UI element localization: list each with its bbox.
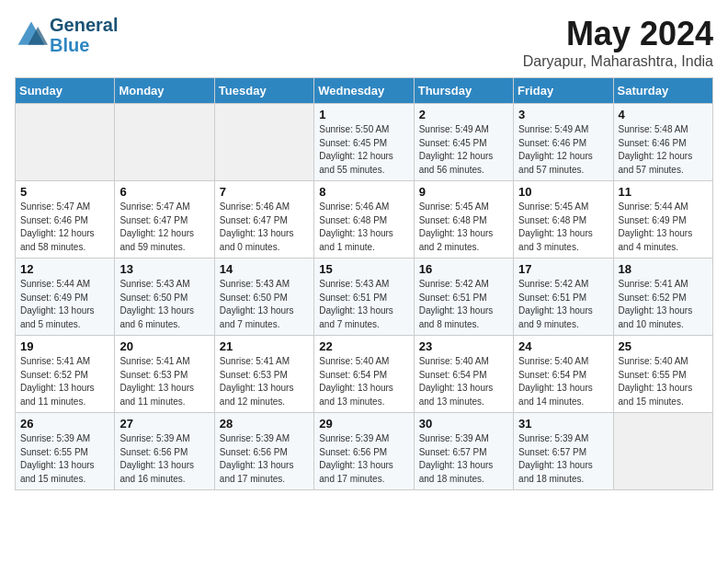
day-info: Sunrise: 5:46 AMSunset: 6:48 PMDaylight:… <box>319 201 408 254</box>
day-info: Sunrise: 5:49 AMSunset: 6:46 PMDaylight:… <box>518 123 608 177</box>
calendar-cell: 23Sunrise: 5:40 AMSunset: 6:54 PMDayligh… <box>414 336 513 413</box>
day-header-thursday: Thursday <box>414 78 513 104</box>
calendar-cell: 4Sunrise: 5:48 AMSunset: 6:46 PMDaylight… <box>613 104 712 181</box>
day-number: 13 <box>119 262 209 276</box>
calendar-cell: 15Sunrise: 5:43 AMSunset: 6:51 PMDayligh… <box>314 259 414 336</box>
day-info: Sunrise: 5:41 AMSunset: 6:52 PMDaylight:… <box>20 355 109 408</box>
day-number: 12 <box>20 262 109 276</box>
day-number: 9 <box>419 185 508 199</box>
page-header: General Blue May 2024 Daryapur, Maharash… <box>15 15 713 70</box>
calendar-cell: 9Sunrise: 5:45 AMSunset: 6:48 PMDaylight… <box>414 181 513 259</box>
day-info: Sunrise: 5:41 AMSunset: 6:53 PMDaylight:… <box>119 355 209 408</box>
day-info: Sunrise: 5:42 AMSunset: 6:51 PMDaylight:… <box>518 278 608 331</box>
day-info: Sunrise: 5:40 AMSunset: 6:54 PMDaylight:… <box>518 355 608 408</box>
day-info: Sunrise: 5:39 AMSunset: 6:56 PMDaylight:… <box>220 432 309 486</box>
day-number: 14 <box>220 262 309 276</box>
calendar-cell: 31Sunrise: 5:39 AMSunset: 6:57 PMDayligh… <box>514 413 613 490</box>
day-info: Sunrise: 5:46 AMSunset: 6:47 PMDaylight:… <box>220 201 309 254</box>
day-number: 19 <box>20 339 109 353</box>
day-info: Sunrise: 5:39 AMSunset: 6:56 PMDaylight:… <box>119 432 209 486</box>
calendar-cell: 19Sunrise: 5:41 AMSunset: 6:52 PMDayligh… <box>16 336 115 413</box>
calendar-cell: 29Sunrise: 5:39 AMSunset: 6:56 PMDayligh… <box>314 413 414 490</box>
logo-text-line1: General <box>50 15 118 35</box>
day-number: 1 <box>319 108 408 121</box>
day-info: Sunrise: 5:44 AMSunset: 6:49 PMDaylight:… <box>20 278 109 331</box>
day-number: 25 <box>619 339 708 353</box>
calendar-cell: 11Sunrise: 5:44 AMSunset: 6:49 PMDayligh… <box>613 181 712 259</box>
day-number: 21 <box>220 339 309 353</box>
day-info: Sunrise: 5:39 AMSunset: 6:57 PMDaylight:… <box>518 432 608 486</box>
day-info: Sunrise: 5:50 AMSunset: 6:45 PMDaylight:… <box>319 123 408 177</box>
calendar-cell <box>115 104 214 181</box>
day-info: Sunrise: 5:39 AMSunset: 6:55 PMDaylight:… <box>20 432 109 486</box>
day-number: 23 <box>419 339 508 353</box>
day-number: 16 <box>419 262 508 276</box>
calendar-cell: 16Sunrise: 5:42 AMSunset: 6:51 PMDayligh… <box>414 259 513 336</box>
day-info: Sunrise: 5:43 AMSunset: 6:50 PMDaylight:… <box>119 278 209 331</box>
day-number: 17 <box>518 262 608 276</box>
day-info: Sunrise: 5:47 AMSunset: 6:46 PMDaylight:… <box>20 201 109 254</box>
day-header-monday: Monday <box>115 78 214 104</box>
calendar-cell: 1Sunrise: 5:50 AMSunset: 6:45 PMDaylight… <box>314 104 414 181</box>
day-number: 2 <box>419 108 508 121</box>
calendar-cell <box>613 413 712 490</box>
calendar-table: SundayMondayTuesdayWednesdayThursdayFrid… <box>15 77 713 490</box>
day-info: Sunrise: 5:45 AMSunset: 6:48 PMDaylight:… <box>518 201 608 254</box>
day-info: Sunrise: 5:43 AMSunset: 6:50 PMDaylight:… <box>220 278 309 331</box>
day-info: Sunrise: 5:39 AMSunset: 6:57 PMDaylight:… <box>419 432 508 486</box>
day-info: Sunrise: 5:41 AMSunset: 6:53 PMDaylight:… <box>220 355 309 408</box>
calendar-cell: 22Sunrise: 5:40 AMSunset: 6:54 PMDayligh… <box>314 336 414 413</box>
day-info: Sunrise: 5:40 AMSunset: 6:55 PMDaylight:… <box>619 355 708 408</box>
calendar-cell: 26Sunrise: 5:39 AMSunset: 6:55 PMDayligh… <box>16 413 115 490</box>
day-number: 22 <box>319 339 408 353</box>
calendar-cell: 5Sunrise: 5:47 AMSunset: 6:46 PMDaylight… <box>16 181 115 259</box>
calendar-cell: 27Sunrise: 5:39 AMSunset: 6:56 PMDayligh… <box>115 413 214 490</box>
day-header-wednesday: Wednesday <box>314 78 414 104</box>
calendar-cell: 8Sunrise: 5:46 AMSunset: 6:48 PMDaylight… <box>314 181 414 259</box>
day-info: Sunrise: 5:44 AMSunset: 6:49 PMDaylight:… <box>619 201 708 254</box>
title-block: May 2024 Daryapur, Maharashtra, India <box>523 15 713 70</box>
day-number: 31 <box>518 417 608 431</box>
day-info: Sunrise: 5:41 AMSunset: 6:52 PMDaylight:… <box>619 278 708 331</box>
calendar-cell: 20Sunrise: 5:41 AMSunset: 6:53 PMDayligh… <box>115 336 214 413</box>
calendar-cell: 24Sunrise: 5:40 AMSunset: 6:54 PMDayligh… <box>514 336 613 413</box>
day-number: 18 <box>619 262 708 276</box>
calendar-cell: 18Sunrise: 5:41 AMSunset: 6:52 PMDayligh… <box>613 259 712 336</box>
day-number: 5 <box>20 185 109 199</box>
calendar-cell: 14Sunrise: 5:43 AMSunset: 6:50 PMDayligh… <box>214 259 313 336</box>
day-number: 4 <box>619 108 708 121</box>
day-info: Sunrise: 5:43 AMSunset: 6:51 PMDaylight:… <box>319 278 408 331</box>
day-number: 7 <box>220 185 309 199</box>
day-info: Sunrise: 5:40 AMSunset: 6:54 PMDaylight:… <box>419 355 508 408</box>
location: Daryapur, Maharashtra, India <box>523 53 713 70</box>
day-number: 11 <box>619 185 708 199</box>
day-number: 3 <box>518 108 608 121</box>
day-number: 28 <box>220 417 309 431</box>
day-number: 29 <box>319 417 408 431</box>
day-number: 15 <box>319 262 408 276</box>
day-number: 20 <box>119 339 209 353</box>
calendar-cell: 30Sunrise: 5:39 AMSunset: 6:57 PMDayligh… <box>414 413 513 490</box>
logo-icon <box>15 18 48 52</box>
calendar-cell: 2Sunrise: 5:49 AMSunset: 6:45 PMDaylight… <box>414 104 513 181</box>
day-number: 10 <box>518 185 608 199</box>
logo: General Blue <box>15 15 118 55</box>
logo-text-line2: Blue <box>50 35 118 55</box>
day-number: 6 <box>119 185 209 199</box>
day-info: Sunrise: 5:49 AMSunset: 6:45 PMDaylight:… <box>419 123 508 177</box>
day-info: Sunrise: 5:39 AMSunset: 6:56 PMDaylight:… <box>319 432 408 486</box>
calendar-cell: 28Sunrise: 5:39 AMSunset: 6:56 PMDayligh… <box>214 413 313 490</box>
day-info: Sunrise: 5:40 AMSunset: 6:54 PMDaylight:… <box>319 355 408 408</box>
calendar-cell: 21Sunrise: 5:41 AMSunset: 6:53 PMDayligh… <box>214 336 313 413</box>
day-info: Sunrise: 5:42 AMSunset: 6:51 PMDaylight:… <box>419 278 508 331</box>
calendar-cell: 25Sunrise: 5:40 AMSunset: 6:55 PMDayligh… <box>613 336 712 413</box>
day-info: Sunrise: 5:47 AMSunset: 6:47 PMDaylight:… <box>119 201 209 254</box>
day-number: 8 <box>319 185 408 199</box>
calendar-cell: 13Sunrise: 5:43 AMSunset: 6:50 PMDayligh… <box>115 259 214 336</box>
calendar-cell: 7Sunrise: 5:46 AMSunset: 6:47 PMDaylight… <box>214 181 313 259</box>
day-number: 30 <box>419 417 508 431</box>
day-header-saturday: Saturday <box>613 78 712 104</box>
day-number: 27 <box>119 417 209 431</box>
day-header-tuesday: Tuesday <box>214 78 313 104</box>
calendar-cell: 10Sunrise: 5:45 AMSunset: 6:48 PMDayligh… <box>514 181 613 259</box>
